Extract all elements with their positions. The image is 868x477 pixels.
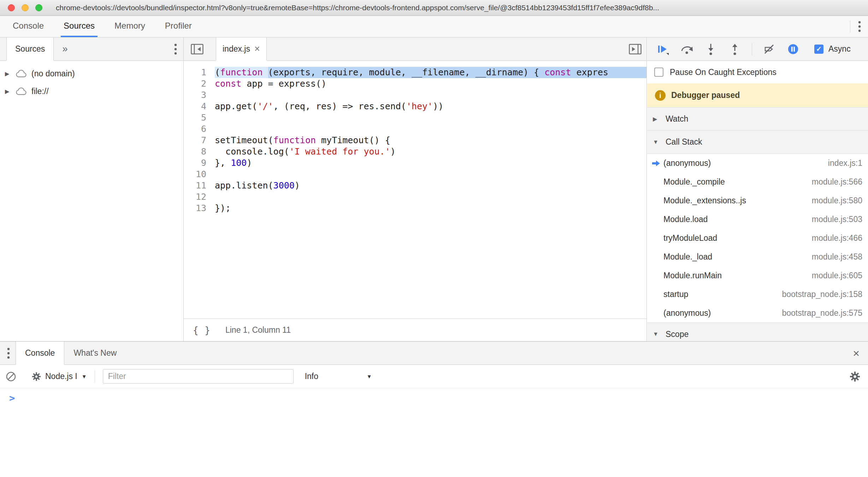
code-editor[interactable]: 1(function (exports, require, module, __… bbox=[184, 61, 646, 319]
line-number[interactable]: 7 bbox=[184, 135, 206, 146]
pause-on-caught-checkbox[interactable] bbox=[654, 68, 663, 77]
line-number[interactable]: 8 bbox=[184, 146, 206, 157]
pause-on-caught-row: Pause On Caught Exceptions bbox=[647, 61, 868, 83]
devtools-window: chrome-devtools://devtools/bundled/inspe… bbox=[0, 0, 868, 477]
disclosure-triangle-icon[interactable]: ▶ bbox=[5, 70, 16, 77]
info-icon: i bbox=[655, 90, 666, 101]
frame-location: bootstrap_node.js:158 bbox=[782, 290, 862, 299]
async-checkbox[interactable]: ✓ bbox=[814, 45, 823, 54]
async-label: Async bbox=[828, 44, 851, 54]
close-drawer-icon[interactable]: × bbox=[853, 348, 860, 359]
step-out-button[interactable] bbox=[726, 40, 744, 58]
console-prompt[interactable]: > bbox=[9, 392, 868, 403]
code-line-content bbox=[215, 89, 646, 101]
tab-memory[interactable]: Memory bbox=[112, 16, 148, 37]
editor-tab-indexjs[interactable]: index.js × bbox=[216, 37, 267, 60]
more-tabs-chevron[interactable]: » bbox=[62, 43, 67, 54]
watch-section-header[interactable]: ▶ Watch bbox=[647, 107, 868, 130]
editor-overflow-button[interactable] bbox=[629, 44, 642, 54]
file-tree-item[interactable]: ▶(no domain) bbox=[0, 65, 183, 82]
toggle-navigator-button[interactable] bbox=[191, 44, 203, 54]
dropdown-arrow-icon: ▼ bbox=[82, 373, 87, 379]
log-level-select[interactable]: Info ▼ bbox=[305, 372, 372, 381]
scope-section-header[interactable]: ▼ Scope bbox=[647, 322, 868, 341]
frame-location: module.js:458 bbox=[812, 252, 862, 262]
call-stack-section-header[interactable]: ▼ Call Stack bbox=[647, 130, 868, 154]
drawer-menu-button[interactable] bbox=[7, 347, 10, 359]
frame-location: module.js:503 bbox=[812, 215, 862, 224]
deactivate-breakpoints-button[interactable] bbox=[760, 40, 778, 58]
toolbar-divider bbox=[752, 43, 752, 56]
cloud-icon bbox=[16, 87, 27, 95]
call-stack-frame[interactable]: Module._loadmodule.js:458 bbox=[647, 248, 868, 266]
code-line: 6 bbox=[184, 123, 646, 135]
minimize-window-button[interactable] bbox=[22, 4, 29, 11]
zoom-window-button[interactable] bbox=[35, 4, 42, 11]
line-number[interactable]: 12 bbox=[184, 191, 206, 203]
tab-console[interactable]: Console bbox=[10, 16, 47, 37]
watch-label: Watch bbox=[666, 114, 688, 124]
filter-input[interactable] bbox=[103, 369, 294, 384]
cursor-position: Line 1, Column 11 bbox=[225, 325, 291, 335]
editor-tabbar: index.js × bbox=[184, 37, 646, 61]
window-title: chrome-devtools://devtools/bundled/inspe… bbox=[56, 4, 659, 12]
close-window-button[interactable] bbox=[8, 4, 15, 11]
resume-button[interactable] bbox=[654, 40, 672, 58]
disclosure-triangle-icon[interactable]: ▶ bbox=[5, 88, 16, 95]
call-stack-frame[interactable]: Module.runMainmodule.js:605 bbox=[647, 266, 868, 285]
line-number[interactable]: 9 bbox=[184, 157, 206, 169]
navigator-tab-label: Sources bbox=[15, 44, 45, 54]
editor-tab-label: index.js bbox=[223, 44, 250, 54]
pause-on-exceptions-button[interactable] bbox=[784, 40, 802, 58]
call-stack-frame[interactable]: startupbootstrap_node.js:158 bbox=[647, 285, 868, 304]
tab-profiler[interactable]: Profiler bbox=[162, 16, 195, 37]
line-number[interactable]: 1 bbox=[184, 67, 206, 78]
drawer-tab-console[interactable]: Console bbox=[16, 342, 64, 365]
line-number[interactable]: 6 bbox=[184, 123, 206, 135]
main-menu-button[interactable] bbox=[856, 21, 868, 33]
execution-context-selector[interactable]: Node.js I ▼ bbox=[32, 372, 87, 381]
call-stack-frame[interactable]: (anonymous)index.js:1 bbox=[647, 154, 868, 173]
call-stack-frame[interactable]: Module.loadmodule.js:503 bbox=[647, 210, 868, 229]
frame-location: module.js:605 bbox=[812, 271, 862, 280]
line-number[interactable]: 4 bbox=[184, 101, 206, 112]
collapsed-triangle-icon: ▶ bbox=[653, 116, 661, 122]
debugger-toolbar: ✓ Async bbox=[647, 37, 868, 61]
line-number[interactable]: 3 bbox=[184, 89, 206, 101]
code-line: 7setTimeout(function myTimeout() { bbox=[184, 135, 646, 146]
line-number[interactable]: 2 bbox=[184, 78, 206, 89]
navigator-menu-button[interactable] bbox=[174, 43, 177, 55]
clear-console-icon bbox=[6, 371, 16, 382]
line-number[interactable]: 10 bbox=[184, 169, 206, 180]
file-tree-item[interactable]: ▶file:// bbox=[0, 82, 183, 100]
editor-statusbar: { } Line 1, Column 11 bbox=[184, 319, 646, 341]
line-number[interactable]: 13 bbox=[184, 203, 206, 214]
line-number[interactable]: 5 bbox=[184, 112, 206, 123]
code-line-content: const app = express() bbox=[215, 78, 646, 89]
call-stack-frame[interactable]: Module._extensions..jsmodule.js:580 bbox=[647, 191, 868, 210]
console-settings-button[interactable] bbox=[850, 371, 860, 382]
call-stack-frame[interactable]: tryModuleLoadmodule.js:466 bbox=[647, 229, 868, 248]
clear-console-button[interactable] bbox=[6, 371, 16, 382]
code-line-content: console.log('I waited for you.') bbox=[215, 146, 646, 157]
tab-sources[interactable]: Sources bbox=[61, 16, 98, 37]
context-label: Node.js I bbox=[45, 372, 77, 381]
drawer-tab-what-s-new[interactable]: What's New bbox=[64, 342, 126, 365]
frame-function-name: Module._compile bbox=[663, 177, 725, 187]
context-gear-icon bbox=[32, 372, 41, 381]
close-tab-icon[interactable]: × bbox=[254, 44, 260, 54]
frame-location: module.js:580 bbox=[812, 196, 862, 205]
pretty-print-button[interactable]: { } bbox=[193, 325, 211, 336]
frame-function-name: Module.runMain bbox=[663, 271, 722, 280]
navigator-tab-sources[interactable]: Sources bbox=[6, 37, 54, 60]
console-output[interactable]: > bbox=[0, 388, 868, 403]
code-line-content: setTimeout(function myTimeout() { bbox=[215, 135, 646, 146]
line-number[interactable]: 11 bbox=[184, 180, 206, 191]
step-over-button[interactable] bbox=[678, 40, 696, 58]
scope-label: Scope bbox=[666, 330, 689, 339]
call-stack-frame[interactable]: Module._compilemodule.js:566 bbox=[647, 173, 868, 191]
step-into-button[interactable] bbox=[702, 40, 720, 58]
call-stack-frame[interactable]: (anonymous)bootstrap_node.js:575 bbox=[647, 304, 868, 322]
frame-function-name: startup bbox=[663, 290, 688, 299]
frame-location: module.js:566 bbox=[812, 177, 862, 187]
